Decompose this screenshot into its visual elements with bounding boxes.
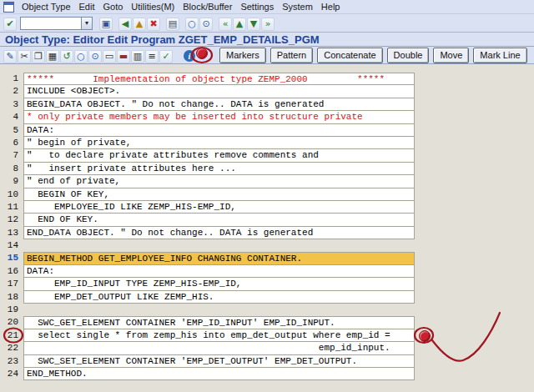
command-history-dropdown-icon[interactable]: ▾	[82, 17, 93, 30]
code-line[interactable]: INCLUDE <OBJECT>.	[23, 85, 415, 98]
cancel-icon[interactable]: ✖	[147, 18, 160, 31]
editor-row: 10 BEGIN OF KEY,	[0, 188, 415, 201]
page-down-icon[interactable]: ▼	[247, 18, 260, 31]
save-icon[interactable]: ▣	[99, 18, 113, 31]
abap-code-editor: 1***** Implementation of object type ZEM…	[0, 73, 415, 380]
enter-icon[interactable]: ✔	[3, 18, 17, 31]
editor-row: 23 SWC_SET_ELEMENT CONTAINER 'EMP_DET_OU…	[0, 355, 415, 368]
code-line	[23, 304, 415, 316]
line-number: 16	[0, 265, 23, 278]
breakpoint-indicator-icon	[419, 330, 431, 342]
code-line[interactable]: END_DATA OBJECT. " Do not change.. DATA …	[23, 227, 415, 239]
copy-icon[interactable]: ❐	[32, 50, 45, 63]
editor-row: 18 EMP_DET_OUTPUT LIKE ZEMP_HIS.	[0, 291, 415, 304]
find-icon[interactable]: ○	[185, 18, 199, 31]
code-line[interactable]: END OF KEY.	[23, 214, 415, 226]
editor-row: 11 EMPLOYEE_ID LIKE ZEMP_HIS-EMP_ID,	[0, 201, 415, 214]
editor-row: 19	[0, 304, 415, 316]
concatenate-button[interactable]: Concatenate	[317, 48, 382, 63]
code-line[interactable]: SWC_SET_ELEMENT CONTAINER 'EMP_DET_OUTPU…	[23, 355, 415, 368]
exit-icon[interactable]: ▲	[133, 18, 146, 31]
editor-row: 22 emp_id_input.	[0, 342, 415, 354]
move-button[interactable]: Move	[433, 48, 469, 63]
menu-item-goto[interactable]: Goto	[98, 1, 127, 13]
menu-item-block-buffer[interactable]: Block/Buffer	[179, 1, 236, 13]
editor-row: 5DATA:	[0, 124, 415, 137]
editor-row: 16DATA:	[0, 265, 415, 278]
line-number: 21	[0, 329, 23, 342]
menu-item-edit[interactable]: Edit	[75, 1, 99, 13]
editor-row: 2INCLUDE <OBJECT>.	[0, 85, 415, 98]
pretty-printer-icon[interactable]: ≡	[145, 50, 159, 63]
mark-icon[interactable]: ▭	[103, 50, 116, 63]
code-line[interactable]: " to declare private attributes remove c…	[23, 149, 415, 162]
cut-icon[interactable]: ✂	[18, 50, 31, 63]
print-icon[interactable]: ▤	[166, 18, 179, 31]
find-icon[interactable]: ○	[74, 50, 88, 63]
line-number: 6	[0, 137, 23, 149]
undo-icon[interactable]: ↺	[60, 50, 73, 63]
code-line[interactable]: EMP_ID_INPUT TYPE ZEMP_HIS-EMP_ID,	[23, 278, 415, 290]
syntax-check-icon[interactable]: ✓	[159, 50, 173, 63]
menu-items: Object TypeEditGotoUtilities(M)Block/Buf…	[18, 2, 344, 12]
code-line[interactable]: EMP_DET_OUTPUT LIKE ZEMP_HIS.	[23, 291, 415, 304]
standard-toolbar: ✔ ▾ ▣◀▲✖▤○⊙«▲▼»	[0, 14, 534, 33]
mark-line-button[interactable]: Mark Line	[473, 48, 526, 63]
code-line[interactable]: " begin of private,	[23, 137, 415, 149]
editor-row: 8" insert private attributes here ...	[0, 163, 415, 175]
menu-item-utilities-m[interactable]: Utilities(M)	[127, 1, 179, 13]
line-number: 8	[0, 163, 23, 175]
system-menu-icon[interactable]	[3, 2, 14, 13]
info-icon[interactable]: i	[184, 50, 195, 62]
delete-line-icon[interactable]: ▬	[117, 50, 130, 63]
editor-row: 1***** Implementation of object type ZEM…	[0, 73, 415, 85]
code-line[interactable]: BEGIN OF KEY,	[23, 188, 415, 201]
command-field-wrap: ▾	[20, 17, 93, 30]
line-number: 18	[0, 291, 23, 304]
code-line[interactable]: " insert private attributes here ...	[23, 163, 415, 175]
command-field[interactable]	[20, 17, 82, 30]
editor-row: 17 EMP_ID_INPUT TYPE ZEMP_HIS-EMP_ID,	[0, 278, 415, 290]
code-line[interactable]: " end of private,	[23, 175, 415, 188]
page-title: Object Type: Editor Edit Program ZGET_EM…	[5, 33, 320, 46]
line-number: 10	[0, 188, 23, 201]
back-icon[interactable]: ◀	[118, 18, 132, 31]
code-line[interactable]: BEGIN_METHOD GET_EMPLOYEE_INFO CHANGING …	[23, 252, 415, 264]
code-line[interactable]: DATA:	[23, 265, 415, 278]
display-change-icon[interactable]: ✎	[3, 50, 17, 63]
find-next-icon[interactable]: ⊙	[88, 50, 102, 63]
menu-item-settings[interactable]: Settings	[236, 1, 278, 13]
line-number: 22	[0, 342, 23, 354]
duplicate-line-icon[interactable]: ▥	[131, 50, 144, 63]
menu-bar: Object TypeEditGotoUtilities(M)Block/Buf…	[0, 0, 534, 14]
editor-row: 4* only private members may be inserted …	[0, 111, 415, 123]
first-page-icon[interactable]: «	[219, 18, 232, 31]
code-line[interactable]: ***** Implementation of object type ZEMP…	[23, 73, 415, 85]
code-line[interactable]: BEGIN_DATA OBJECT. " Do not change.. DAT…	[23, 98, 415, 111]
code-line[interactable]: SWC_GET_ELEMENT CONTAINER 'EMP_ID_INPUT'…	[23, 316, 415, 329]
line-number: 12	[0, 214, 23, 226]
line-number: 5	[0, 124, 23, 137]
menu-item-help[interactable]: Help	[317, 1, 345, 13]
code-line[interactable]: emp_id_input.	[23, 342, 415, 354]
page-up-icon[interactable]: ▲	[233, 18, 246, 31]
paste-icon[interactable]: ▦	[46, 50, 59, 63]
code-line[interactable]: DATA:	[23, 124, 415, 137]
markers-button[interactable]: Markers	[219, 48, 266, 63]
application-toolbar-icons: ✎✂❐▦↺○⊙▭▬▥≡✓i	[3, 48, 208, 63]
find-next-icon[interactable]: ⊙	[199, 18, 213, 31]
line-number: 9	[0, 175, 23, 188]
line-number: 2	[0, 85, 23, 98]
code-line[interactable]: * only private members may be inserted i…	[23, 111, 415, 123]
code-line[interactable]: EMPLOYEE_ID LIKE ZEMP_HIS-EMP_ID,	[23, 201, 415, 214]
last-page-icon[interactable]: »	[261, 18, 275, 31]
annotation-arrow	[432, 313, 500, 361]
pattern-button[interactable]: Pattern	[270, 48, 313, 63]
breakpoint-icon[interactable]	[196, 48, 208, 59]
code-line[interactable]: END_METHOD.	[23, 368, 415, 380]
code-line[interactable]: select single * from zemp_his into emp_d…	[23, 329, 415, 342]
line-number: 11	[0, 201, 23, 214]
menu-item-object-type[interactable]: Object Type	[18, 1, 75, 13]
double-button[interactable]: Double	[387, 48, 430, 63]
menu-item-system[interactable]: System	[278, 1, 317, 13]
